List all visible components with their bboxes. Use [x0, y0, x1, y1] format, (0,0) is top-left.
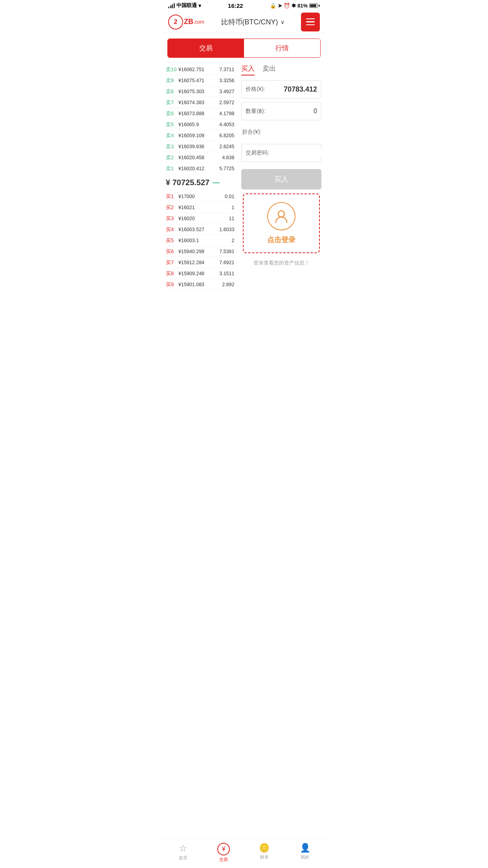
buy-qty-6: 7.5381	[219, 249, 234, 254]
buy-label-9: 买9	[166, 281, 177, 288]
buy-price-3: ¥16020	[177, 216, 229, 221]
header: 2 ZB .com 比特币(BTC/CNY) ∨	[163, 11, 325, 33]
sell-orders-list: 卖10 ¥16082.751 7.3711 卖9 ¥16075.471 3.32…	[166, 64, 234, 174]
price-value[interactable]: 70783.412	[273, 85, 317, 94]
sell-qty-3: 2.8245	[219, 144, 234, 149]
sell-label-3: 卖3	[166, 143, 177, 150]
login-text[interactable]: 点击登录	[267, 235, 295, 245]
total-group: 折合(¥):	[241, 124, 321, 140]
lock-icon: 🔒	[270, 3, 276, 9]
alarm-icon: ⏰	[284, 3, 290, 9]
sell-label-1: 卖1	[166, 165, 177, 172]
sell-label-8: 卖8	[166, 88, 177, 95]
wifi-icon: ▾	[198, 3, 201, 9]
sell-label-10: 卖10	[166, 66, 177, 73]
buy-qty-5: 2	[231, 238, 234, 243]
buy-button[interactable]: 买入	[241, 169, 321, 189]
status-right: 🔒 ➤ ⏰ ✱ 81%	[270, 3, 320, 9]
dropdown-arrow[interactable]: ∨	[281, 19, 284, 25]
qty-label: 数量(฿):	[246, 108, 273, 115]
buy-price-5: ¥16003.1	[177, 238, 231, 243]
menu-button[interactable]	[301, 13, 320, 31]
price-label: 价格(¥):	[246, 86, 273, 93]
price-row: 价格(¥): 70783.412	[241, 80, 321, 98]
sell-label-4: 卖4	[166, 132, 177, 139]
buy-tab[interactable]: 买入	[241, 64, 255, 75]
sell-price-5: ¥16065.9	[177, 122, 219, 127]
buy-qty-1: 0.01	[225, 194, 234, 199]
price-group: 价格(¥): 70783.412	[241, 80, 321, 98]
buy-order-6: 买6 ¥15940.299 7.5381	[166, 246, 234, 257]
buy-price-2: ¥16021	[177, 205, 231, 210]
sell-price-1: ¥16020.412	[177, 166, 219, 171]
buy-order-2: 买2 ¥16021 1	[166, 202, 234, 213]
logo-circle: 2	[168, 15, 183, 29]
signal-icon	[168, 3, 175, 8]
buy-order-3: 买3 ¥16020 11	[166, 213, 234, 224]
sell-price-3: ¥16039.836	[177, 144, 219, 149]
pair-label: 比特币(BTC/CNY)	[221, 17, 278, 27]
sell-label-6: 卖6	[166, 110, 177, 117]
buy-price-1: ¥17000	[177, 194, 225, 199]
buy-qty-7: 7.6921	[219, 260, 234, 265]
bluetooth-icon: ✱	[292, 3, 296, 9]
sell-price-2: ¥16020.458	[177, 155, 222, 160]
password-input[interactable]	[273, 150, 325, 156]
buy-price-9: ¥15901.083	[177, 282, 222, 287]
sell-order-7: 卖7 ¥16074.383 2.5972	[166, 97, 234, 108]
sell-qty-8: 3.4927	[219, 89, 234, 94]
battery-label: 81%	[297, 3, 308, 9]
qty-group: 数量(฿): 0	[241, 102, 321, 120]
buy-order-7: 买7 ¥15912.284 7.6921	[166, 257, 234, 268]
mid-price-trend: —	[213, 178, 220, 187]
header-title[interactable]: 比特币(BTC/CNY) ∨	[221, 17, 284, 27]
buy-price-7: ¥15912.284	[177, 260, 219, 265]
status-bar: 中国联通 ▾ 16:22 🔒 ➤ ⏰ ✱ 81%	[163, 0, 325, 11]
sell-qty-1: 5.7725	[219, 166, 234, 171]
mid-price: ¥ 70725.527 —	[166, 174, 234, 191]
sell-order-5: 卖5 ¥16065.9 4.4053	[166, 119, 234, 130]
sell-label-5: 卖5	[166, 121, 177, 128]
menu-line-3	[306, 24, 315, 26]
buy-label-2: 买2	[166, 204, 177, 211]
sell-order-8: 卖8 ¥16075.303 3.4927	[166, 86, 234, 97]
trade-panel: 买入 卖出 价格(¥): 70783.412 数量(฿): 0 折合(¥):	[237, 62, 325, 292]
buy-label-5: 买5	[166, 237, 177, 244]
main-content: 卖10 ¥16082.751 7.3711 卖9 ¥16075.471 3.32…	[163, 62, 325, 292]
sell-tab[interactable]: 卖出	[262, 64, 276, 75]
buy-qty-4: 1.6033	[219, 227, 234, 232]
sell-price-6: ¥16073.888	[177, 111, 219, 116]
tab-market[interactable]: 行情	[244, 39, 320, 57]
sell-label-2: 卖2	[166, 154, 177, 161]
logo-com: .com	[193, 19, 204, 25]
buy-price-4: ¥16003.527	[177, 227, 219, 232]
sell-label-7: 卖7	[166, 99, 177, 106]
buy-qty-8: 3.1511	[219, 271, 234, 276]
buy-label-7: 买7	[166, 259, 177, 266]
buy-label-1: 买1	[166, 193, 177, 200]
buy-price-8: ¥15909.248	[177, 271, 219, 276]
sell-qty-7: 2.5972	[219, 100, 234, 105]
sell-order-1: 卖1 ¥16020.412 5.7725	[166, 163, 234, 174]
order-book: 卖10 ¥16082.751 7.3711 卖9 ¥16075.471 3.32…	[163, 62, 237, 292]
carrier-label: 中国联通	[176, 2, 197, 9]
buy-label-6: 买6	[166, 248, 177, 255]
buy-qty-2: 1	[231, 205, 234, 210]
sell-order-6: 卖6 ¥16073.888 4.1798	[166, 108, 234, 119]
sell-order-4: 卖4 ¥16059.109 6.8205	[166, 130, 234, 141]
login-box[interactable]: 点击登录	[243, 193, 320, 253]
buy-order-8: 买8 ¥15909.248 3.1511	[166, 268, 234, 279]
qty-value[interactable]: 0	[273, 108, 317, 115]
tab-trade[interactable]: 交易	[168, 39, 244, 57]
sell-label-9: 卖9	[166, 77, 177, 84]
menu-line-1	[306, 18, 315, 20]
svg-point-0	[278, 211, 284, 217]
buy-label-4: 买4	[166, 226, 177, 233]
buy-orders-list: 买1 ¥17000 0.01 买2 ¥16021 1 买3 ¥16020 11 …	[166, 191, 234, 290]
sell-order-3: 卖3 ¥16039.836 2.8245	[166, 141, 234, 152]
sell-price-7: ¥16074.383	[177, 100, 219, 105]
sell-qty-10: 7.3711	[219, 67, 234, 72]
buy-order-5: 买5 ¥16003.1 2	[166, 235, 234, 246]
buy-order-9: 买9 ¥15901.083 2.892	[166, 279, 234, 290]
sell-order-2: 卖2 ¥16020.458 4.838	[166, 152, 234, 163]
